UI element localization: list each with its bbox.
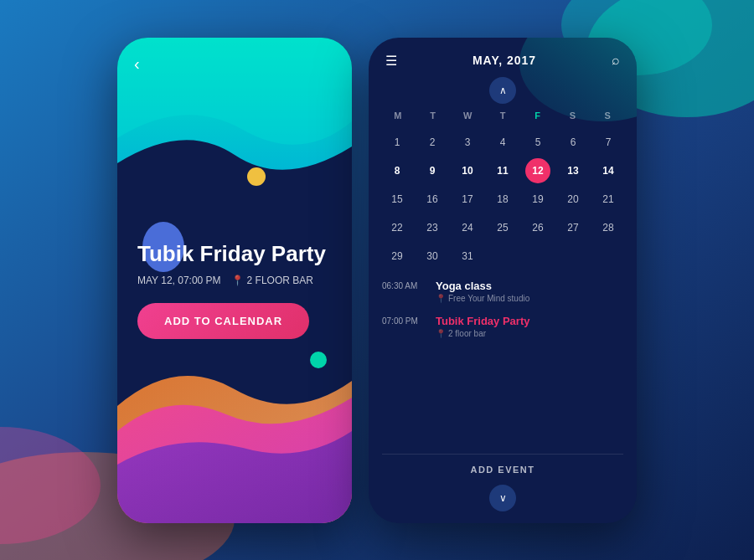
date-7[interactable]: 7	[596, 130, 621, 155]
party-time: 07:00 PM	[382, 315, 426, 326]
expand-button[interactable]: ∨	[489, 485, 516, 511]
date-16[interactable]: 16	[420, 187, 445, 212]
left-phone-inner: ‹ Tubik Friday Party MAY 12, 07:00 PM 📍 …	[117, 38, 352, 523]
date-9[interactable]: 9	[420, 158, 445, 183]
date-1[interactable]: 1	[385, 130, 410, 155]
date-empty-4	[596, 244, 621, 269]
pin-icon: 📍	[231, 275, 244, 286]
calendar-dates[interactable]: 1 2 3 4 5 6 7 8 9 10 11 12 13 14 15	[380, 129, 625, 270]
collapse-button[interactable]: ∧	[489, 77, 516, 104]
date-21[interactable]: 21	[596, 187, 621, 212]
date-6[interactable]: 6	[560, 130, 586, 155]
date-23[interactable]: 23	[420, 215, 445, 240]
date-28[interactable]: 28	[596, 215, 621, 240]
date-14[interactable]: 14	[596, 158, 621, 183]
phones-container: ‹ Tubik Friday Party MAY 12, 07:00 PM 📍 …	[117, 38, 637, 523]
date-17[interactable]: 17	[455, 187, 480, 212]
party-details: Tubik Friday Party 📍 2 floor bar	[436, 315, 623, 338]
events-list: 06:30 AM Yoga class 📍 Free Your Mind stu…	[369, 270, 637, 454]
search-icon[interactable]: ⌕	[612, 53, 620, 68]
event-info-panel: Tubik Friday Party MAY 12, 07:00 PM 📍 2 …	[137, 241, 332, 338]
party-name: Tubik Friday Party	[436, 315, 623, 327]
add-event-button[interactable]: ADD EVENT	[470, 465, 535, 475]
svg-point-4	[0, 427, 101, 544]
left-phone: ‹ Tubik Friday Party MAY 12, 07:00 PM 📍 …	[117, 38, 352, 523]
date-12-today[interactable]: 12	[525, 158, 550, 183]
date-26[interactable]: 26	[525, 215, 550, 240]
date-empty-1	[490, 244, 515, 269]
party-pin-icon: 📍	[436, 329, 446, 338]
date-3[interactable]: 3	[455, 130, 480, 155]
date-24[interactable]: 24	[455, 215, 480, 240]
date-5[interactable]: 5	[525, 130, 550, 155]
date-22[interactable]: 22	[385, 215, 410, 240]
date-11[interactable]: 11	[490, 158, 515, 183]
event-location: 📍 2 FLOOR BAR	[231, 275, 313, 286]
event-item-party[interactable]: 07:00 PM Tubik Friday Party 📍 2 floor ba…	[382, 315, 623, 338]
day-fri: F	[520, 107, 555, 124]
day-tue: T	[416, 107, 451, 124]
date-empty-2	[525, 244, 550, 269]
date-4[interactable]: 4	[490, 130, 515, 155]
right-phone-inner: ☰ MAY, 2017 ⌕ ∧ M T W T F S S	[369, 38, 637, 523]
date-2[interactable]: 2	[420, 130, 445, 155]
yoga-name: Yoga class	[436, 280, 623, 292]
back-button[interactable]: ‹	[134, 54, 140, 74]
date-8[interactable]: 8	[385, 158, 410, 183]
date-27[interactable]: 27	[560, 215, 586, 240]
deco-yellow-circle	[247, 167, 266, 186]
date-10[interactable]: 10	[455, 158, 480, 183]
day-thu: T	[485, 107, 520, 124]
date-18[interactable]: 18	[490, 187, 515, 212]
collapse-row: ∧	[369, 77, 637, 104]
days-header: M T W T F S S	[380, 107, 625, 124]
calendar-grid: M T W T F S S 1 2 3 4 5 6 7	[369, 107, 637, 270]
add-event-row: ADD EVENT	[369, 455, 637, 485]
event-meta: MAY 12, 07:00 PM 📍 2 FLOOR BAR	[137, 275, 332, 286]
date-13[interactable]: 13	[560, 158, 586, 183]
date-19[interactable]: 19	[525, 187, 550, 212]
yoga-time: 06:30 AM	[382, 280, 426, 290]
date-empty-3	[560, 244, 586, 269]
date-25[interactable]: 25	[490, 215, 515, 240]
event-item-yoga[interactable]: 06:30 AM Yoga class 📍 Free Your Mind stu…	[382, 280, 623, 303]
calendar-header: ☰ MAY, 2017 ⌕	[369, 38, 637, 77]
deco-teal-circle	[310, 352, 327, 368]
event-date: MAY 12, 07:00 PM	[137, 275, 221, 286]
party-venue: 📍 2 floor bar	[436, 329, 623, 338]
calendar-month-title: MAY, 2017	[473, 54, 536, 67]
yoga-details: Yoga class 📍 Free Your Mind studio	[436, 280, 623, 303]
date-29[interactable]: 29	[385, 244, 410, 269]
date-20[interactable]: 20	[560, 187, 586, 212]
left-top-wave-bg	[117, 38, 352, 205]
right-phone: ☰ MAY, 2017 ⌕ ∧ M T W T F S S	[369, 38, 637, 523]
event-title: Tubik Friday Party	[137, 241, 332, 267]
day-sun: S	[590, 107, 625, 124]
date-15[interactable]: 15	[385, 187, 410, 212]
expand-row: ∨	[369, 485, 637, 523]
day-mon: M	[380, 107, 416, 124]
yoga-venue: 📍 Free Your Mind studio	[436, 294, 623, 303]
venue-pin-icon: 📍	[436, 294, 446, 303]
date-31[interactable]: 31	[455, 244, 480, 269]
date-30[interactable]: 30	[420, 244, 445, 269]
day-sat: S	[555, 107, 591, 124]
add-to-calendar-button[interactable]: ADD TO CALENDAR	[137, 303, 309, 339]
day-wed: W	[450, 107, 485, 124]
hamburger-icon[interactable]: ☰	[385, 53, 397, 69]
